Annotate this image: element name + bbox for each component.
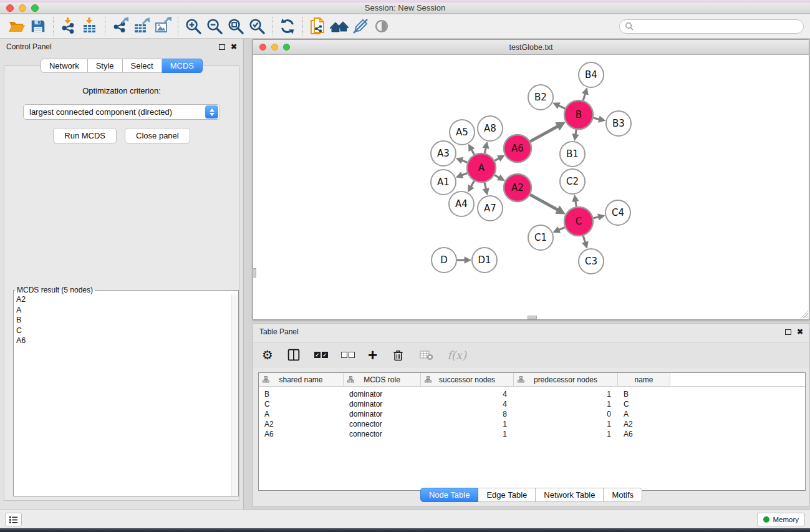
graph-node-C2[interactable]: C2 <box>560 169 585 194</box>
graph-node-B2[interactable]: B2 <box>528 85 553 110</box>
graph-node-A[interactable]: A <box>467 153 496 182</box>
table-cell[interactable]: connector <box>344 429 421 439</box>
table-cell[interactable]: A6 <box>618 429 670 439</box>
column-header[interactable]: shared name <box>259 373 344 386</box>
graph-edge-A-A1[interactable] <box>456 172 468 178</box>
table-cell[interactable]: C <box>259 399 344 409</box>
task-history-button[interactable] <box>5 513 22 526</box>
zoom-selected-button[interactable] <box>246 16 268 37</box>
graph-edge-D-D1[interactable] <box>457 256 471 263</box>
graph-edge-C-C3[interactable] <box>582 236 589 249</box>
table-cell[interactable]: 0 <box>514 409 618 419</box>
graph-edge-A2-C[interactable] <box>530 195 566 214</box>
table-cell[interactable]: 1 <box>421 429 514 439</box>
graph-node-D[interactable]: D <box>432 248 456 273</box>
table-cell[interactable]: dominator <box>344 389 421 399</box>
column-header[interactable]: successor nodes <box>421 373 514 386</box>
graph-node-A4[interactable]: A4 <box>449 191 474 216</box>
table-cell[interactable]: dominator <box>344 409 421 419</box>
table-cell[interactable]: B <box>618 389 670 399</box>
table-cell[interactable]: A2 <box>618 419 670 429</box>
import-network-button[interactable] <box>58 16 79 37</box>
tab-edge-table[interactable]: Edge Table <box>478 488 536 502</box>
graph-node-B4[interactable]: B4 <box>579 62 604 87</box>
close-network-window-button[interactable] <box>259 44 266 51</box>
graph-node-A8[interactable]: A8 <box>478 116 503 141</box>
network-graph-svg[interactable]: B4B2BB3A8A5A6A3B1AA1C2A2A4A7C4CC1C3DD1 <box>253 55 809 319</box>
column-view-button[interactable] <box>286 347 301 363</box>
close-window-button[interactable] <box>6 4 14 12</box>
zoom-fit-button[interactable] <box>225 16 246 37</box>
criterion-dropdown[interactable]: largest connected component (directed) <box>23 104 220 120</box>
tab-network[interactable]: Network <box>41 59 88 73</box>
graph-edge-A-A2[interactable] <box>494 174 505 180</box>
graph-edge-B-B3[interactable] <box>593 116 605 123</box>
unselect-all-columns-button[interactable] <box>341 347 355 363</box>
graph-edge-A-A4[interactable] <box>468 181 474 193</box>
save-session-button[interactable] <box>27 16 49 37</box>
export-image-button[interactable] <box>152 16 173 37</box>
delete-column-button[interactable] <box>390 347 406 363</box>
run-mcds-button[interactable]: Run MCDS <box>53 128 117 143</box>
graph-edge-B-B4[interactable] <box>582 87 589 100</box>
table-row[interactable]: A6connector11A6 <box>259 429 805 439</box>
mcds-result-item[interactable]: A2 <box>14 294 238 305</box>
apply-layout-button[interactable] <box>277 16 298 37</box>
tab-select[interactable]: Select <box>123 59 162 73</box>
float-panel-icon[interactable] <box>785 329 791 335</box>
graph-node-C1[interactable]: C1 <box>528 225 553 250</box>
network-window-titlebar[interactable]: testGlobe.txt <box>253 40 809 55</box>
graph-edge-A-A3[interactable] <box>456 157 468 164</box>
table-cell[interactable]: 8 <box>421 409 514 419</box>
table-cell[interactable]: A6 <box>259 429 344 439</box>
table-cell[interactable]: B <box>259 389 344 399</box>
graph-edge-C-C1[interactable] <box>552 226 565 233</box>
graph-node-B3[interactable]: B3 <box>606 111 631 136</box>
column-header[interactable]: predecessor nodes <box>514 373 618 386</box>
graph-node-A7[interactable]: A7 <box>478 196 503 221</box>
graph-node-C3[interactable]: C3 <box>579 249 604 274</box>
graph-edge-A-A5[interactable] <box>468 143 475 154</box>
export-network-button[interactable] <box>110 16 131 37</box>
mcds-result-item[interactable]: C <box>14 326 238 336</box>
column-header[interactable]: name <box>618 373 670 386</box>
graph-node-B[interactable]: B <box>564 100 593 129</box>
select-all-columns-button[interactable]: ✓ ✓ <box>314 347 328 363</box>
zoom-window-button[interactable] <box>31 4 39 12</box>
zoom-out-button[interactable] <box>204 16 225 37</box>
tab-mcds[interactable]: MCDS <box>162 59 203 73</box>
table-cell[interactable]: A <box>259 409 344 419</box>
graph-node-A5[interactable]: A5 <box>450 120 475 145</box>
graphics-details-button[interactable] <box>371 16 392 37</box>
table-cell[interactable]: 1 <box>514 399 618 409</box>
minimize-window-button[interactable] <box>19 4 26 12</box>
graph-node-A1[interactable]: A1 <box>431 170 456 195</box>
graph-edge-C-C4[interactable] <box>593 213 605 220</box>
graph-edge-B-B1[interactable] <box>572 130 579 142</box>
tab-style[interactable]: Style <box>88 59 123 73</box>
graph-edge-B-B2[interactable] <box>552 102 565 109</box>
create-column-button[interactable]: + <box>368 347 377 363</box>
graph-edge-C-C2[interactable] <box>572 195 579 207</box>
table-cell[interactable]: 4 <box>421 399 514 409</box>
close-panel-icon[interactable]: ✖ <box>797 328 803 336</box>
table-cell[interactable]: A2 <box>259 419 344 429</box>
mcds-result-item[interactable]: A <box>14 305 238 316</box>
table-row[interactable]: Adominator80A <box>259 409 805 419</box>
search-field[interactable] <box>619 19 804 34</box>
graph-node-D1[interactable]: D1 <box>472 248 497 273</box>
table-cell[interactable]: 1 <box>421 419 514 429</box>
table-row[interactable]: A2connector11A2 <box>259 419 805 429</box>
float-panel-icon[interactable] <box>219 44 225 50</box>
graph-node-C[interactable]: C <box>564 207 593 236</box>
network-window-controls[interactable] <box>259 44 290 51</box>
graph-node-B1[interactable]: B1 <box>560 142 585 167</box>
mcds-result-item[interactable]: B <box>14 315 238 326</box>
mcds-result-list[interactable]: A2ABCA6 <box>14 294 238 496</box>
table-row[interactable]: Bdominator41B <box>259 389 805 399</box>
table-cell[interactable]: 4 <box>421 389 514 399</box>
table-cell[interactable]: 1 <box>514 419 618 429</box>
table-cell[interactable]: C <box>618 399 670 409</box>
graph-node-C4[interactable]: C4 <box>605 200 630 225</box>
window-controls[interactable] <box>6 4 39 12</box>
